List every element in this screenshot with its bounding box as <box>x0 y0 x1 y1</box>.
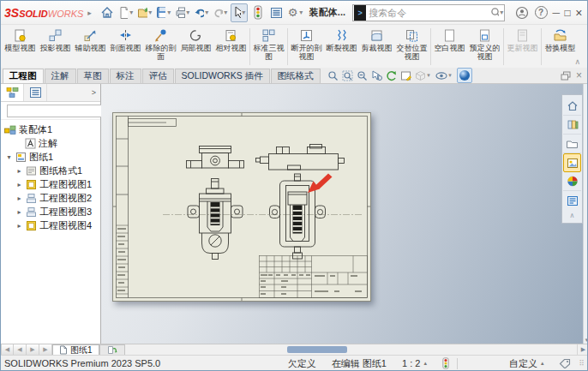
property-manager-tab[interactable] <box>24 84 47 101</box>
tab-annotation[interactable]: 注解 <box>45 69 76 83</box>
next-sheet-button[interactable]: ▶ <box>27 344 39 355</box>
tab-drawing[interactable]: 工程图 <box>3 69 44 83</box>
chevron-expanded-icon[interactable]: ▾ <box>5 153 13 161</box>
tab-solidworks-addins[interactable]: SOLIDWORKS 插件 <box>175 69 270 83</box>
tree-item-drawing-view4[interactable]: ▸ 工程图视图4 <box>1 218 100 232</box>
save-button[interactable]: ▾ <box>155 3 172 22</box>
custom-properties-button[interactable] <box>563 191 581 210</box>
first-sheet-button[interactable]: ◀ <box>1 344 14 355</box>
empty-view-button[interactable]: 空白视图 <box>432 26 467 68</box>
vertical-scrollbar[interactable]: ▼ <box>583 84 588 344</box>
ribbon-collapse-icon[interactable]: ∧ <box>574 57 580 66</box>
predefined-view-button[interactable]: 预定义的视图 <box>467 26 502 68</box>
menu-flyout-icon[interactable]: ▸ <box>87 9 92 17</box>
rebuild-button[interactable] <box>249 3 267 22</box>
restore-window-icon[interactable] <box>561 71 571 81</box>
file-explorer-button[interactable] <box>563 135 581 153</box>
zoom-in-out-icon[interactable] <box>357 70 368 81</box>
tree-item-annotations[interactable]: 注解 <box>1 136 100 150</box>
options-button[interactable]: ⚙ ▾ <box>287 3 304 22</box>
tree-item-assembly-root[interactable]: 装配体1 <box>1 123 100 136</box>
chevron-collapsed-icon[interactable]: ▸ <box>15 208 23 216</box>
broken-out-section-button[interactable]: 断开的剖视图 <box>289 26 324 68</box>
open-button[interactable]: ▾ <box>136 3 153 22</box>
prev-sheet-button[interactable]: ◀ <box>14 344 27 355</box>
sheet-properties-icon[interactable] <box>400 70 411 81</box>
scale-dropdown-icon[interactable]: ▴ <box>423 360 427 367</box>
display-mode-control[interactable]: 自定义 ▴ <box>458 357 552 370</box>
add-sheet-tab[interactable] <box>99 344 125 355</box>
horizontal-scroll-thumb[interactable] <box>287 346 347 353</box>
standard-3-view-button[interactable]: 标准三视图 <box>251 26 286 68</box>
dropdown-icon[interactable]: ▾ <box>224 9 228 16</box>
display-style-icon[interactable]: ▾ <box>415 70 432 81</box>
maximize-button[interactable]: □ <box>562 3 572 22</box>
detail-view-button[interactable]: 局部视图 <box>178 26 213 68</box>
command-search[interactable]: > ▾ <box>352 4 505 21</box>
section-view-button[interactable]: 剖面视图 <box>108 26 143 68</box>
search-dropdown-icon[interactable]: ▾ <box>499 9 504 16</box>
tree-item-drawing-view1[interactable]: ▸ 工程图视图1 <box>1 177 100 191</box>
undo-button[interactable]: ▾ <box>193 3 210 22</box>
redraw-icon[interactable] <box>386 70 397 81</box>
tree-item-sheet-format1[interactable]: ▸ 图纸格式1 <box>1 164 100 177</box>
tree-item-drawing-view2[interactable]: ▸ 工程图视图2 <box>1 191 100 205</box>
sheet-scale-control[interactable]: 1 : 2 ▴ <box>394 358 435 368</box>
dropdown-icon[interactable]: ▾ <box>205 9 209 16</box>
dropdown-icon[interactable]: ▾ <box>242 9 246 16</box>
drawing-view-2[interactable] <box>256 145 345 171</box>
drawing-view-1[interactable] <box>187 147 244 169</box>
resize-grip[interactable]: ⠿ <box>579 359 585 368</box>
print-button[interactable]: ▾ <box>174 3 191 22</box>
tree-item-drawing-view3[interactable]: ▸ 工程图视图3 <box>1 205 100 218</box>
removed-section-button[interactable]: 移除的剖面 <box>143 26 178 68</box>
home-button[interactable] <box>99 3 116 22</box>
resources-button[interactable] <box>563 97 581 116</box>
tab-sketch[interactable]: 草图 <box>77 69 109 83</box>
scroll-right-icon[interactable]: ▶ <box>577 344 588 355</box>
task-pane-collapse-icon[interactable]: ∧ <box>570 210 575 221</box>
sheet-tab-active[interactable]: 图纸1 <box>52 344 99 355</box>
search-icon[interactable] <box>490 7 499 18</box>
view-palette-button[interactable] <box>563 153 581 172</box>
redo-button[interactable]: ▾ <box>212 3 229 22</box>
dropdown-icon[interactable]: ▾ <box>129 9 133 16</box>
view-settings-icon[interactable] <box>457 68 472 83</box>
drawing-sheet-canvas[interactable] <box>113 113 370 301</box>
last-sheet-button[interactable]: ▶ <box>39 344 52 355</box>
dropdown-icon[interactable]: ▾ <box>148 9 153 16</box>
relative-view-button[interactable]: 相对视图 <box>213 26 249 68</box>
tab-sheet-format[interactable]: 图纸格式 <box>271 69 321 83</box>
break-view-button[interactable]: 断裂视图 <box>324 26 359 68</box>
magnified-selection-icon[interactable] <box>371 70 382 81</box>
dropdown-icon[interactable]: ▾ <box>447 72 453 79</box>
tree-item-sheet1[interactable]: ▾ 图纸1 <box>1 150 100 164</box>
dropdown-icon[interactable]: ▾ <box>186 9 190 16</box>
projected-view-button[interactable]: 投影视图 <box>38 26 73 68</box>
graphics-area[interactable]: ∧ ▼ <box>101 84 588 344</box>
chevron-collapsed-icon[interactable]: ▸ <box>15 194 23 202</box>
tags-button[interactable] <box>551 358 579 368</box>
drawing-sheet[interactable] <box>112 112 371 302</box>
model-view-button[interactable]: 模型视图 <box>3 26 38 68</box>
tab-evaluate[interactable]: 评估 <box>142 69 174 83</box>
dropdown-icon[interactable]: ▾ <box>426 72 432 79</box>
replace-model-button[interactable]: 替换模型 <box>543 26 578 68</box>
crop-view-button[interactable]: 剪裁视图 <box>359 26 394 68</box>
alternate-position-view-button[interactable]: 交替位置视图 <box>394 26 429 68</box>
chevron-collapsed-icon[interactable]: ▸ <box>15 181 23 188</box>
minimize-button[interactable]: ─ <box>551 3 561 22</box>
design-library-button[interactable] <box>563 116 581 135</box>
hide-show-items-icon[interactable]: ▾ <box>435 71 453 81</box>
zoom-to-area-icon[interactable] <box>342 70 353 81</box>
new-document-button[interactable]: ▾ <box>117 3 135 22</box>
dropdown-icon[interactable]: ▾ <box>166 9 171 16</box>
close-button[interactable]: × <box>574 3 584 22</box>
horizontal-scrollbar[interactable] <box>125 344 577 355</box>
red-arrow-annotation[interactable] <box>308 174 333 194</box>
tab-markup[interactable]: 标注 <box>110 69 141 83</box>
file-properties-button[interactable] <box>268 3 285 22</box>
scroll-down-icon[interactable]: ▼ <box>584 338 588 343</box>
display-dropdown-icon[interactable]: ▴ <box>541 360 544 367</box>
search-input[interactable] <box>369 8 490 18</box>
